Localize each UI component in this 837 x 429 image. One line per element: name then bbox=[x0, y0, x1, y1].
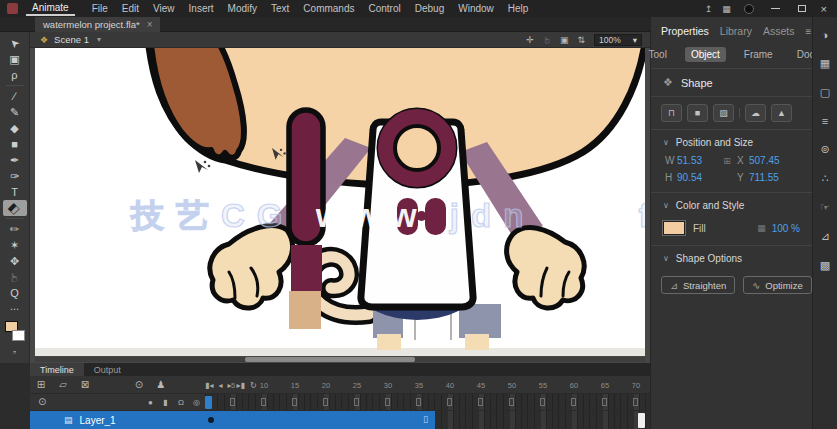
fill-alpha-value[interactable]: 100 % bbox=[772, 223, 800, 234]
tab-close-icon[interactable]: × bbox=[147, 19, 153, 30]
new-folder-icon[interactable]: ▱ bbox=[52, 379, 74, 390]
tab-assets[interactable]: Assets bbox=[763, 25, 795, 37]
subtab-frame[interactable]: Frame bbox=[738, 47, 779, 62]
show-hide-all-icon[interactable]: ⊙ bbox=[38, 396, 46, 407]
y-value[interactable]: 711.55 bbox=[749, 172, 793, 183]
fill-stroke-swatches[interactable] bbox=[3, 320, 27, 344]
snap-to-objects-button[interactable]: ⊓ bbox=[661, 104, 682, 122]
pen-tool[interactable]: ✒ bbox=[3, 152, 27, 168]
chevron-down-icon[interactable]: ∨ bbox=[663, 201, 669, 210]
outline-column-icon[interactable]: ◎ bbox=[193, 398, 200, 407]
more-tools-button[interactable]: ⋯ bbox=[3, 301, 27, 317]
chevron-down-icon[interactable]: ∨ bbox=[663, 254, 669, 263]
advanced-layers-icon[interactable]: ♟ bbox=[150, 379, 172, 390]
height-value[interactable]: 90.54 bbox=[677, 172, 717, 183]
minimize-button[interactable] bbox=[771, 8, 780, 9]
clip-content-icon[interactable]: ▣ bbox=[560, 35, 569, 45]
step-back-icon[interactable]: ◂ bbox=[218, 381, 222, 390]
layers-panel-icon[interactable]: ≡ bbox=[822, 115, 828, 127]
panel-menu-icon[interactable]: ≡ bbox=[805, 26, 811, 37]
history-panel-icon[interactable]: ⊿ bbox=[820, 230, 829, 243]
playhead[interactable] bbox=[205, 396, 212, 409]
center-stage-icon[interactable]: ✛ bbox=[526, 35, 534, 45]
menu-commands[interactable]: Commands bbox=[296, 3, 361, 14]
menu-debug[interactable]: Debug bbox=[408, 3, 451, 14]
link-dimensions-icon[interactable]: ⊞ bbox=[717, 156, 737, 166]
animate-logo-icon[interactable] bbox=[7, 3, 18, 14]
layer-row[interactable]: ▤ Layer_1 ▯ bbox=[30, 411, 650, 429]
lasso-tool[interactable]: ρ bbox=[3, 67, 27, 83]
pencil-b-tool[interactable]: ✏ bbox=[3, 221, 27, 237]
swatches-panel-icon[interactable]: ▦ bbox=[820, 57, 830, 70]
tab-timeline[interactable]: Timeline bbox=[30, 363, 84, 376]
swap-colors-button[interactable]: ▫ bbox=[3, 344, 27, 360]
rotate-stage-icon[interactable]: ☞ bbox=[542, 35, 552, 43]
scrollbar-thumb[interactable] bbox=[245, 357, 415, 362]
merge-drawing-button[interactable]: ▨ bbox=[713, 104, 734, 122]
tab-output[interactable]: Output bbox=[84, 363, 131, 376]
frames-ruler-grid[interactable] bbox=[205, 394, 650, 410]
highlight-column-icon[interactable]: ● bbox=[148, 398, 153, 407]
share-icon[interactable]: ↥ bbox=[700, 4, 718, 14]
paint-behind-button[interactable]: ☁ bbox=[745, 104, 766, 122]
menu-text[interactable]: Text bbox=[264, 3, 296, 14]
menu-help[interactable]: Help bbox=[501, 3, 536, 14]
layer-name[interactable]: Layer_1 bbox=[80, 415, 116, 426]
components-panel-icon[interactable]: ▩ bbox=[820, 259, 830, 272]
selection-tool[interactable]: ➤ bbox=[3, 35, 27, 51]
zoom-spinner-icon[interactable]: ⇅ bbox=[577, 35, 585, 45]
menu-window[interactable]: Window bbox=[451, 3, 501, 14]
width-value[interactable]: 51.53 bbox=[677, 155, 717, 166]
new-layer-icon[interactable]: ⊞ bbox=[30, 379, 52, 390]
scene-breadcrumb[interactable]: Scene 1 bbox=[54, 34, 89, 45]
timeline-vertical-scrollbar-thumb[interactable] bbox=[638, 413, 645, 428]
menu-view[interactable]: View bbox=[146, 3, 182, 14]
profile-icon[interactable] bbox=[744, 4, 754, 14]
paint-bucket-tool[interactable]: ◧ bbox=[3, 200, 27, 216]
selected-layer[interactable]: ▤ Layer_1 bbox=[30, 411, 435, 429]
paint-inside-button[interactable]: ▲ bbox=[771, 104, 792, 122]
zoom-level-select[interactable]: 100% ▾ bbox=[594, 34, 642, 46]
text-tool[interactable]: T bbox=[3, 184, 27, 200]
tab-library[interactable]: Library bbox=[720, 25, 752, 37]
stage-horizontal-scrollbar[interactable] bbox=[35, 357, 645, 362]
asset-warp-tool[interactable]: ✥ bbox=[3, 253, 27, 269]
position-size-header[interactable]: Position and Size bbox=[676, 137, 753, 148]
object-drawing-button[interactable]: ■ bbox=[687, 104, 708, 122]
menu-insert[interactable]: Insert bbox=[182, 3, 221, 14]
menu-modify[interactable]: Modify bbox=[221, 3, 264, 14]
scene-dropdown-icon[interactable]: ▾ bbox=[97, 35, 101, 44]
color-panel-icon[interactable]: ◑ bbox=[822, 29, 829, 41]
chevron-down-icon[interactable]: ∨ bbox=[663, 138, 669, 147]
stage-canvas[interactable]: 技艺CG www jdn xx fb c n bbox=[35, 48, 645, 356]
optimize-button[interactable]: ∿ Optimize bbox=[743, 276, 811, 294]
straighten-button[interactable]: ⊿ Straighten bbox=[661, 276, 735, 294]
delete-layer-icon[interactable]: ⊠ bbox=[74, 379, 96, 390]
free-transform-tool[interactable]: ▣ bbox=[3, 51, 27, 67]
pencil-tool[interactable]: ✎ bbox=[3, 104, 27, 120]
color-style-header[interactable]: Color and Style bbox=[676, 200, 744, 211]
visibility-column-icon[interactable]: ▮ bbox=[163, 398, 167, 407]
gesture-panel-icon[interactable]: ☞ bbox=[820, 201, 830, 214]
shape-options-header[interactable]: Shape Options bbox=[676, 253, 742, 264]
subtab-tool[interactable]: Tool bbox=[643, 47, 673, 62]
x-value[interactable]: 507.45 bbox=[749, 155, 793, 166]
lock-column-icon[interactable]: Ω bbox=[178, 398, 184, 407]
tab-properties[interactable]: Properties bbox=[661, 25, 709, 37]
align-panel-icon[interactable]: ▢ bbox=[820, 86, 830, 99]
go-to-start-icon[interactable]: ▮◂ bbox=[205, 381, 213, 390]
camera-icon[interactable]: ⊙ bbox=[128, 379, 150, 390]
workspace-icon[interactable]: ▦ bbox=[718, 4, 736, 14]
stroke-color-swatch[interactable] bbox=[12, 330, 25, 341]
line-tool[interactable]: ∕ bbox=[3, 88, 27, 104]
menu-edit[interactable]: Edit bbox=[115, 3, 146, 14]
zoom-tool[interactable]: Q bbox=[3, 285, 27, 301]
subtab-object[interactable]: Object bbox=[685, 47, 726, 62]
restore-button[interactable] bbox=[798, 5, 806, 12]
fill-color-well[interactable] bbox=[663, 221, 685, 235]
hand-tool[interactable]: ☞ bbox=[3, 269, 27, 285]
fluid-brush-tool[interactable]: ✶ bbox=[3, 237, 27, 253]
motion-presets-icon[interactable]: ∴ bbox=[822, 172, 829, 185]
close-button[interactable]: × bbox=[821, 3, 827, 15]
eraser-tool[interactable]: ◆ bbox=[3, 120, 27, 136]
